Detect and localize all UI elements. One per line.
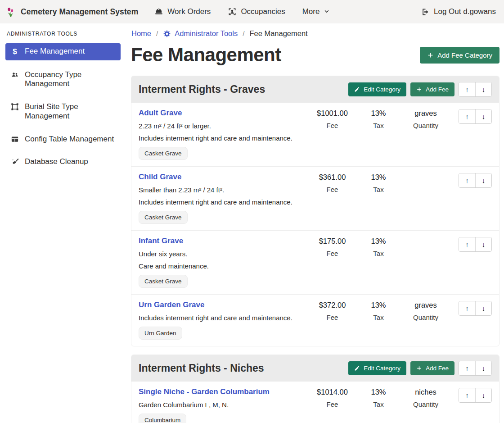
pencil-icon [354,365,360,371]
arrow-up-icon: ↑ [465,391,469,399]
fee-amount-value: $1001.00 [309,109,356,118]
arrow-up-icon: ↑ [465,364,469,372]
breadcrumb: Home / Administrator Tools / Fee Managem… [131,29,500,38]
sidebar-item-fee-management[interactable]: $ Fee Management [5,43,121,60]
edit-category-button[interactable]: Edit Category [348,82,406,96]
fee-description: Includes interment right and care and ma… [139,134,305,142]
fee-reorder-column: ↑ ↓ [450,173,492,188]
fee-description: Under six years. [139,250,305,258]
arrow-down-icon: ↓ [482,305,486,312]
gear-icon [163,30,171,38]
fee-quantity-column: graves Quantity [401,109,450,129]
fee-descriptions: Garden Columbarium L, M, N. [139,401,305,409]
add-fee-category-button[interactable]: Add Fee Category [420,47,500,64]
fee-description: 2.23 m² / 24 ft² or larger. [139,122,305,130]
breadcrumb-separator: / [156,30,158,37]
fee-tax-column: 13% Tax [356,300,401,321]
broom-icon [11,158,19,166]
fee-quantity-label: Quantity [401,314,450,321]
fee-amount-label: Fee [309,250,356,257]
logout-link[interactable]: Log Out d.gowans [421,7,496,16]
move-fee-down-button[interactable]: ↓ [475,237,491,251]
sidebar-item-burial-site-type-management[interactable]: Burial Site Type Management [5,99,121,124]
move-fee-up-button[interactable]: ↑ [459,388,475,402]
arrow-down-icon: ↓ [482,241,486,248]
fee-name-link[interactable]: Urn Garden Grave [139,300,204,309]
plus-icon [427,52,434,59]
category-reorder-group: ↑ ↓ [459,361,492,376]
fee-type-badge: Columbarium [139,414,186,423]
move-fee-down-button[interactable]: ↓ [475,173,491,187]
fee-rows: Single Niche - Garden Columbarium Garden… [131,382,499,423]
dollar-icon: $ [11,47,19,57]
nav-item-work-orders[interactable]: Work Orders [154,7,211,16]
arrow-up-icon: ↑ [465,86,469,93]
move-fee-up-button[interactable]: ↑ [459,173,475,187]
nav-menu: Work Orders Occupancies More [154,7,418,16]
sidebar-item-label: Fee Management [25,47,85,56]
fee-quantity-label: Quantity [401,122,450,129]
fee-amount-label: Fee [309,400,356,408]
move-fee-down-button[interactable]: ↓ [475,301,491,315]
move-fee-up-button[interactable]: ↑ [459,109,475,123]
nav-item-occupancies[interactable]: Occupancies [228,7,285,16]
sidebar-nav: $ Fee Management Occupancy Type Manageme… [6,43,121,170]
breadcrumb-separator: / [243,30,244,37]
fee-tax-column: 13% Tax [356,173,401,193]
add-fee-label: Add Fee [426,365,449,372]
arrow-down-icon: ↓ [482,391,486,399]
sidebar: ADMINISTRATOR TOOLS $ Fee Management Occ… [0,23,126,177]
fee-category-card: Interment Rights - Graves Edit Category … [131,76,500,346]
arrow-up-icon: ↑ [465,177,469,184]
sidebar-item-label: Config Table Management [25,135,114,144]
fee-tax-value: 13% [356,109,401,118]
move-fee-down-button[interactable]: ↓ [475,109,491,123]
fee-row: Urn Garden Grave Includes interment righ… [131,294,499,346]
fee-row: Child Grave Smaller than 2.23 m² / 24 ft… [131,166,499,230]
breadcrumb-home-label: Home [131,29,151,38]
arrow-down-icon: ↓ [482,86,486,93]
fee-reorder-column: ↑ ↓ [450,109,492,124]
edit-category-button[interactable]: Edit Category [348,361,406,375]
move-fee-up-button[interactable]: ↑ [459,301,475,315]
add-fee-button[interactable]: Add Fee [410,82,454,96]
fee-name-link[interactable]: Child Grave [139,173,181,182]
sidebar-item-label: Burial Site Type Management [25,102,115,121]
fee-amount-label: Fee [309,314,356,321]
move-fee-up-button[interactable]: ↑ [459,237,475,251]
fee-name-link[interactable]: Single Niche - Garden Columbarium [139,387,270,396]
page-title: Fee Management [131,44,281,66]
logout-icon [421,8,430,16]
fee-amount-column: $175.00 Fee [309,237,356,257]
fee-description: Care and maintenance. [139,262,305,270]
fee-name-link[interactable]: Infant Grave [139,237,183,246]
fee-quantity-column [401,237,450,237]
fee-tax-value: 13% [356,388,401,396]
fee-type-badge: Casket Grave [139,147,188,160]
breadcrumb-home-link[interactable]: Home [131,29,151,38]
fee-quantity-value: graves [401,301,450,309]
move-category-down-button[interactable]: ↓ [475,82,491,96]
move-category-down-button[interactable]: ↓ [475,361,491,375]
move-category-up-button[interactable]: ↑ [459,82,475,96]
move-fee-down-button[interactable]: ↓ [475,388,491,402]
fee-reorder-column: ↑ ↓ [450,387,492,403]
breadcrumb-admin-tools-link[interactable]: Administrator Tools [163,29,238,38]
app-brand[interactable]: Cemetery Management System [5,6,138,18]
fee-amount-value: $361.00 [309,173,356,182]
nav-item-more[interactable]: More [302,7,330,16]
fee-reorder-column: ↑ ↓ [450,237,492,252]
breadcrumb-admin-tools-label: Administrator Tools [175,29,238,38]
sidebar-item-database-cleanup[interactable]: Database Cleanup [5,154,121,170]
breadcrumb-current: Fee Management [249,29,307,38]
chevron-down-icon [324,9,330,15]
fee-name-link[interactable]: Adult Grave [139,109,182,118]
move-category-up-button[interactable]: ↑ [459,361,475,375]
fee-amount-label: Fee [309,186,356,193]
fee-amount-column: $1001.00 Fee [309,109,356,129]
sidebar-item-occupancy-type-management[interactable]: Occupancy Type Management [5,67,121,92]
fee-tax-value: 13% [356,173,401,182]
add-fee-button[interactable]: Add Fee [410,361,454,375]
sidebar-item-config-table-management[interactable]: Config Table Management [5,131,121,148]
add-fee-label: Add Fee [426,86,449,93]
